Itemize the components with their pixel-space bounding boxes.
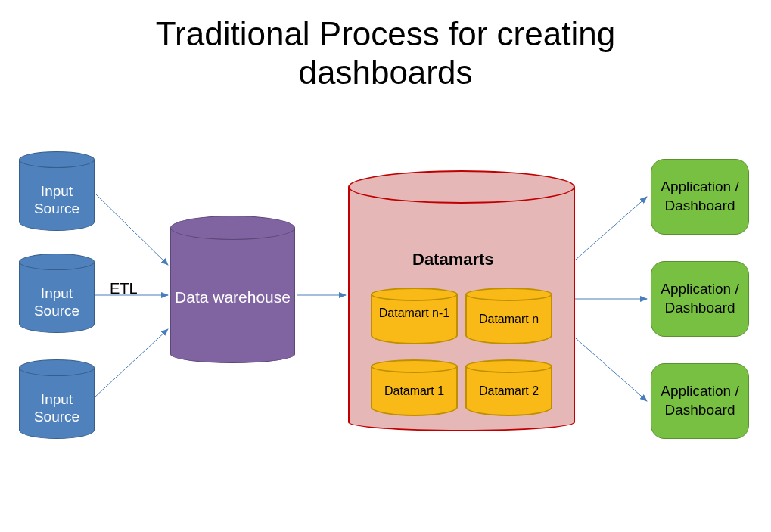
arrow-dm-to-app1: [570, 197, 647, 265]
arrow-dm-to-app3: [570, 333, 647, 401]
title-line2: dashboards: [299, 54, 473, 91]
input-source-1-label: Input Source: [19, 183, 95, 218]
datamart-2: Datamart 2: [465, 359, 552, 416]
input-source-3: Input Source: [19, 359, 95, 439]
app-dashboard-3-label: Application / Dashboard: [656, 382, 744, 419]
input-source-2: Input Source: [19, 254, 95, 333]
input-source-1: Input Source: [19, 151, 95, 231]
input-source-2-label: Input Source: [19, 285, 95, 320]
app-dashboard-1: Application / Dashboard: [651, 159, 749, 235]
datamarts-container: Datamarts Datamart n-1 Datamart n Datama…: [348, 170, 575, 431]
datamart-n: Datamart n: [465, 288, 552, 344]
diagram-canvas: ETL Input Source Input Source Input Sour…: [0, 136, 771, 532]
data-warehouse: Data warehouse: [170, 216, 295, 363]
arrow-input1-to-dw: [95, 193, 168, 265]
etl-label: ETL: [110, 280, 138, 297]
datamarts-title: Datamarts: [412, 250, 494, 269]
app-dashboard-2: Application / Dashboard: [651, 261, 749, 337]
datamart-n-minus-1-label: Datamart n-1: [371, 306, 458, 320]
input-source-3-label: Input Source: [19, 391, 95, 426]
arrow-input3-to-dw: [95, 329, 168, 397]
datamart-2-label: Datamart 2: [465, 384, 552, 398]
data-warehouse-label: Data warehouse: [170, 288, 295, 306]
app-dashboard-2-label: Application / Dashboard: [656, 280, 744, 317]
datamart-n-minus-1: Datamart n-1: [371, 288, 458, 344]
datamart-1: Datamart 1: [371, 359, 458, 416]
app-dashboard-3: Application / Dashboard: [651, 363, 749, 439]
datamart-1-label: Datamart 1: [371, 384, 458, 398]
diagram-title: Traditional Process for creating dashboa…: [0, 15, 771, 92]
title-line1: Traditional Process for creating: [156, 15, 615, 52]
datamart-n-label: Datamart n: [465, 312, 552, 326]
app-dashboard-1-label: Application / Dashboard: [656, 178, 744, 215]
